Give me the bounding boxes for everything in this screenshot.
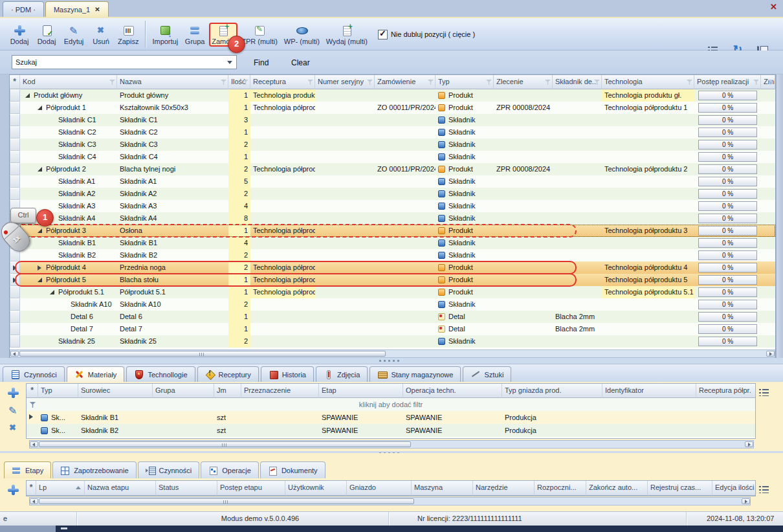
- toolbar-button-zapisz[interactable]: Zapisz: [115, 23, 141, 46]
- stage-tab-operacje[interactable]: Operacje: [201, 461, 259, 478]
- tree-row-półprodukt-2[interactable]: Półprodukt 2Blacha tylnej nogi2Technolog…: [20, 163, 775, 175]
- toolbar-button-zamów[interactable]: Zamów2: [209, 23, 237, 47]
- materials-hscrollbar[interactable]: [29, 440, 754, 449]
- detail-tab-czynności[interactable]: Czynności: [3, 366, 65, 382]
- tree-row-półprodukt-5.1[interactable]: Półprodukt 5.1Półprodukt 5.11Technologia…: [20, 286, 775, 298]
- scroll-left-icon[interactable]: [30, 441, 38, 447]
- add-material-icon[interactable]: [6, 387, 19, 399]
- toolbar-button-wydaj-multi[interactable]: Wydaj (multi): [324, 23, 370, 46]
- row-indicator-cell[interactable]: [10, 311, 20, 323]
- stages-header-lp[interactable]: Lp: [36, 481, 85, 496]
- tree-row-składnik-c4[interactable]: Składnik C4Składnik C41Składnik0 %: [20, 151, 775, 163]
- stage-tab-etapy[interactable]: Etapy: [4, 461, 51, 478]
- tree-row-detal-6[interactable]: Detal 6Detal 61DetalBlacha 2mm0 %: [20, 311, 775, 323]
- toolbar-button-dodaj[interactable]: Dodaj: [34, 23, 60, 46]
- stages-header-nazwa-etapu[interactable]: Nazwa etapu: [85, 481, 156, 496]
- row-indicator-cell[interactable]: [10, 89, 20, 102]
- tree-row-składnik-a1[interactable]: Składnik A1Składnik A15Składnik0 %: [20, 175, 775, 188]
- stage-tab-zapotrzebowanie[interactable]: Zapotrzebowanie: [52, 461, 136, 478]
- column-header-składnik-de...[interactable]: Składnik de...: [553, 75, 602, 89]
- scroll-thumb[interactable]: [39, 498, 414, 504]
- row-indicator-cell[interactable]: [10, 175, 20, 188]
- delete-material-icon[interactable]: [6, 422, 19, 434]
- detail-tab-zdjęcia[interactable]: Zdjęcia: [316, 366, 368, 382]
- materials-filter-row[interactable]: kliknij aby dodać filtr: [27, 398, 755, 412]
- filter-funnel-icon[interactable]: [367, 80, 373, 85]
- checkbox-checked-icon[interactable]: [378, 30, 388, 39]
- materials-header-receptura-półpr.[interactable]: Receptura półpr.: [696, 384, 756, 398]
- materials-header-grupa[interactable]: Grupa: [153, 384, 214, 398]
- row-indicator-cell[interactable]: [10, 298, 20, 311]
- column-header-indicator[interactable]: *: [10, 75, 20, 89]
- filter-funnel-icon[interactable]: [428, 80, 434, 85]
- tree-row-składnik-a10[interactable]: Składnik A10Składnik A102Składnik0 %: [20, 298, 775, 311]
- row-indicator-cell[interactable]: [10, 323, 20, 335]
- row-indicator-cell[interactable]: [10, 151, 20, 163]
- expander-open-icon[interactable]: [38, 167, 42, 172]
- stages-hscrollbar[interactable]: [29, 497, 751, 505]
- tree-row-półprodukt-3[interactable]: Półprodukt 3Osłona1Technologia półprodPr…: [20, 225, 775, 237]
- tree-row-składnik-c1[interactable]: Składnik C1Składnik C13Składnik0 %: [20, 114, 775, 126]
- toolbar-button-importuj[interactable]: Importuj: [149, 23, 181, 46]
- column-header-numer-seryjny[interactable]: Numer seryjny: [315, 75, 375, 89]
- row-indicator-cell[interactable]: [10, 102, 20, 114]
- stages-header-status[interactable]: Status: [156, 481, 217, 496]
- detail-tab-stany-magazynowe[interactable]: Stany magazynowe: [369, 366, 461, 382]
- expander-open-icon[interactable]: [38, 278, 42, 282]
- tree-row-składnik-25[interactable]: Składnik 25Składnik 252Składnik0 %: [20, 335, 775, 348]
- column-header-receptura[interactable]: Receptura: [250, 75, 315, 89]
- detail-tab-technollogie[interactable]: Technollogie: [126, 366, 195, 382]
- tree-row-półprodukt-5[interactable]: Półprodukt 5Blacha stołu1Technologia pół…: [20, 274, 775, 286]
- scroll-left-icon[interactable]: [10, 351, 19, 357]
- tree-row-składnik-a2[interactable]: Składnik A2Składnik A22Składnik0 %: [20, 188, 775, 200]
- expander-open-icon[interactable]: [50, 290, 54, 294]
- detail-tab-receptury[interactable]: Receptury: [197, 366, 259, 382]
- tab-close-icon[interactable]: ✕: [94, 6, 100, 13]
- row-indicator-cell[interactable]: [10, 188, 20, 200]
- column-header-technologia[interactable]: Technologia: [602, 75, 694, 89]
- add-stage-icon[interactable]: [6, 484, 19, 496]
- column-header-postęp-realizacji[interactable]: Postęp realizacji: [694, 75, 761, 89]
- window-tab-pdm[interactable]: · PDM ·: [3, 1, 44, 17]
- scroll-right-icon[interactable]: [742, 498, 750, 504]
- scroll-thumb[interactable]: [39, 441, 411, 447]
- search-input[interactable]: [12, 55, 237, 69]
- stages-header-gniazdo[interactable]: Gniazdo: [347, 481, 412, 496]
- materials-header-surowiec[interactable]: Surowiec: [78, 384, 153, 398]
- filter-funnel-icon[interactable]: [687, 80, 692, 85]
- row-indicator-cell[interactable]: [10, 163, 20, 175]
- edit-material-icon[interactable]: [6, 405, 19, 416]
- stages-header-postęp-etapu[interactable]: Postęp etapu: [217, 481, 285, 496]
- column-header-kod[interactable]: Kod: [20, 75, 117, 89]
- stages-header-narzędzie[interactable]: Narzędzie: [473, 481, 535, 496]
- column-header-zlecenie[interactable]: Zlecenie: [494, 75, 553, 89]
- main-grid-hscrollbar[interactable]: [10, 349, 775, 358]
- row-indicator-cell[interactable]: [10, 114, 20, 126]
- scroll-right-icon[interactable]: [766, 351, 775, 357]
- expander-open-icon[interactable]: [38, 105, 42, 110]
- expander-closed-icon[interactable]: [38, 265, 41, 271]
- stages-header-użytkownik[interactable]: Użytkownik: [285, 481, 347, 496]
- filter-funnel-icon[interactable]: [486, 80, 492, 85]
- tree-row-półprodukt-1[interactable]: Półprodukt 1Kształtownik 50x50x31Technol…: [20, 102, 775, 114]
- stages-header-rejestruj-czas...[interactable]: Rejestruj czas...: [648, 481, 712, 496]
- clear-button[interactable]: Clear: [291, 58, 310, 67]
- stages-header-rozpoczni...[interactable]: Rozpoczni...: [535, 481, 586, 496]
- filter-funnel-icon[interactable]: [307, 80, 313, 85]
- toolbar-button-edytuj[interactable]: Edytuj: [61, 23, 87, 46]
- stage-tab-dokumenty[interactable]: Dokumenty: [260, 461, 325, 478]
- filter-funnel-icon[interactable]: [221, 80, 226, 85]
- stages-column-chooser-icon[interactable]: [759, 485, 769, 494]
- materials-header-typ-gniazda-prod.[interactable]: Typ gniazda prod.: [502, 384, 602, 398]
- window-tab-maszyna-1[interactable]: Maszyna_1✕: [45, 1, 109, 17]
- toolbar-button-dodaj[interactable]: Dodaj: [6, 23, 32, 46]
- column-header-zmia[interactable]: Zmia: [761, 75, 775, 89]
- row-indicator-cell[interactable]: [10, 139, 20, 151]
- window-close-icon[interactable]: ✕: [770, 3, 777, 11]
- scroll-right-icon[interactable]: [745, 441, 753, 447]
- detail-tab-materiały[interactable]: Materiały: [67, 366, 125, 382]
- materials-header-jm[interactable]: Jm: [214, 384, 241, 398]
- filter-funnel-icon[interactable]: [545, 80, 551, 85]
- stages-header-maszyna[interactable]: Maszyna: [412, 481, 473, 496]
- detail-tab-sztuki[interactable]: Sztuki: [463, 366, 511, 382]
